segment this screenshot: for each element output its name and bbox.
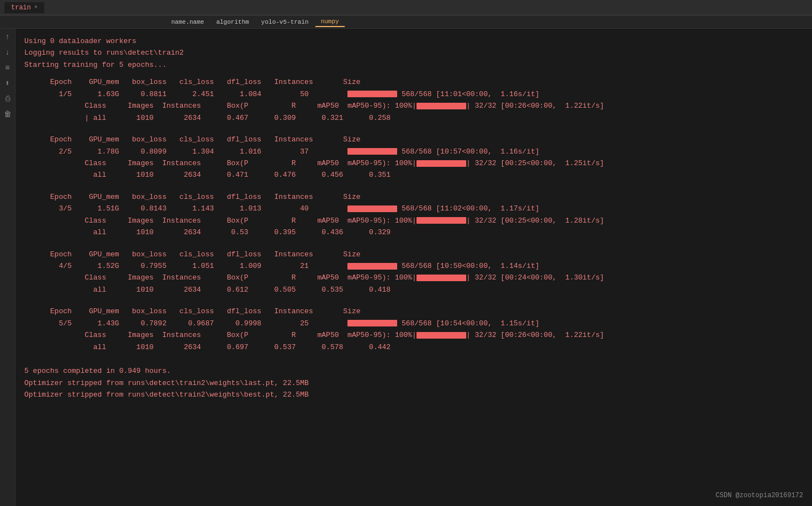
- nav-tab-0[interactable]: name.name: [166, 18, 209, 27]
- footer-line-0: 5 epochs completed in 0.949 hours.: [24, 365, 803, 377]
- footer-line-2: Optimizer stripped from runs\detect\trai…: [24, 389, 803, 400]
- up-arrow-icon[interactable]: ↑: [5, 33, 9, 41]
- progress-bar-val-4: [416, 275, 466, 281]
- epoch-row-5: 5/5 1.43G 0.7892 0.9687 0.9998 25 568/56…: [24, 318, 803, 329]
- class-row-3: all 1010 2634 0.53 0.395 0.436 0.329: [24, 226, 803, 238]
- progress-bar-3: [347, 205, 397, 212]
- class-header-3: Class Images Instances Box(P R mAP50 mAP…: [24, 215, 803, 226]
- down-arrow-icon[interactable]: ↓: [5, 49, 9, 56]
- epoch-header-1: Epoch GPU_mem box_loss cls_loss dfl_loss…: [24, 76, 803, 88]
- progress-bar-4: [347, 263, 397, 270]
- class-row-1: | all 1010 2634 0.467 0.309 0.321 0.258: [24, 112, 803, 124]
- class-row-2: all 1010 2634 0.471 0.476 0.456 0.351: [24, 169, 803, 181]
- epoch-row-2: 2/5 1.78G 0.8099 1.304 1.016 37 568/568 …: [24, 146, 803, 157]
- nav-tab-3[interactable]: numpy: [315, 17, 345, 27]
- tab-label: train: [11, 4, 31, 12]
- class-header-2: Class Images Instances Box(P R mAP50 mAP…: [24, 157, 803, 169]
- header-line-2: Starting training for 5 epochs...: [24, 59, 803, 71]
- upload-icon[interactable]: ⬆: [5, 80, 9, 87]
- epoch-block-2: Epoch GPU_mem box_loss cls_loss dfl_loss…: [24, 134, 803, 181]
- progress-bar-5: [347, 320, 397, 326]
- header-line-1: Logging results to runs\detect\train2: [24, 47, 803, 59]
- nav-tab-1[interactable]: algorithm: [210, 18, 254, 27]
- epoch-header-3: Epoch GPU_mem box_loss cls_loss dfl_loss…: [24, 191, 803, 203]
- epoch-block-4: Epoch GPU_mem box_loss cls_loss dfl_loss…: [24, 249, 803, 296]
- delete-icon[interactable]: 🗑: [4, 110, 12, 118]
- progress-bar-val-2: [416, 160, 466, 167]
- tab-bar: train ×: [4, 2, 44, 13]
- progress-bar-1: [347, 91, 397, 97]
- sidebar: ↑ ↓ ≡ ⬆ ⎙ 🗑: [0, 29, 15, 506]
- epoch-header-4: Epoch GPU_mem box_loss cls_loss dfl_loss…: [24, 249, 803, 260]
- epoch-row-4: 4/5 1.52G 0.7955 1.051 1.009 21 568/568 …: [24, 260, 803, 272]
- class-row-4: all 1010 2634 0.612 0.505 0.535 0.418: [24, 284, 803, 296]
- progress-bar-val-3: [416, 217, 466, 224]
- epoch-header-5: Epoch GPU_mem box_loss cls_loss dfl_loss…: [24, 305, 803, 317]
- print-icon[interactable]: ⎙: [6, 95, 10, 103]
- epoch-block-5: Epoch GPU_mem box_loss cls_loss dfl_loss…: [24, 305, 803, 353]
- class-row-5: all 1010 2634 0.697 0.537 0.578 0.442: [24, 341, 803, 353]
- list-icon[interactable]: ≡: [5, 64, 9, 72]
- class-header-1: Class Images Instances Box(P R mAP50 mAP…: [24, 100, 803, 112]
- progress-bar-val-1: [416, 103, 466, 109]
- header-line-0: Using 0 dataloader workers: [24, 35, 803, 47]
- epoch-row-1: 1/5 1.63G 0.8811 2.451 1.084 50 568/568 …: [24, 88, 803, 100]
- title-bar: train ×: [0, 0, 812, 15]
- terminal-area[interactable]: Using 0 dataloader workers Logging resul…: [15, 29, 812, 506]
- epoch-block-3: Epoch GPU_mem box_loss cls_loss dfl_loss…: [24, 191, 803, 239]
- progress-bar-val-5: [416, 332, 466, 339]
- train-tab[interactable]: train ×: [4, 2, 44, 13]
- class-header-4: Class Images Instances Box(P R mAP50 mAP…: [24, 272, 803, 283]
- epoch-row-3: 3/5 1.51G 0.8143 1.143 1.013 40 568/568 …: [24, 203, 803, 214]
- class-header-5: Class Images Instances Box(P R mAP50 mAP…: [24, 329, 803, 341]
- main-layout: ↑ ↓ ≡ ⬆ ⎙ 🗑 Using 0 dataloader workers L…: [0, 29, 812, 506]
- progress-bar-2: [347, 148, 397, 155]
- nav-tabs: name.name algorithm yolo-v5-train numpy: [0, 15, 812, 29]
- watermark: CSDN @zootopia20169172: [716, 492, 803, 499]
- epoch-header-2: Epoch GPU_mem box_loss cls_loss dfl_loss…: [24, 134, 803, 145]
- nav-tab-2[interactable]: yolo-v5-train: [256, 18, 314, 27]
- epoch-block-1: Epoch GPU_mem box_loss cls_loss dfl_loss…: [24, 76, 803, 124]
- tab-close-icon[interactable]: ×: [34, 4, 38, 10]
- footer-line-1: Optimizer stripped from runs\detect\trai…: [24, 377, 803, 389]
